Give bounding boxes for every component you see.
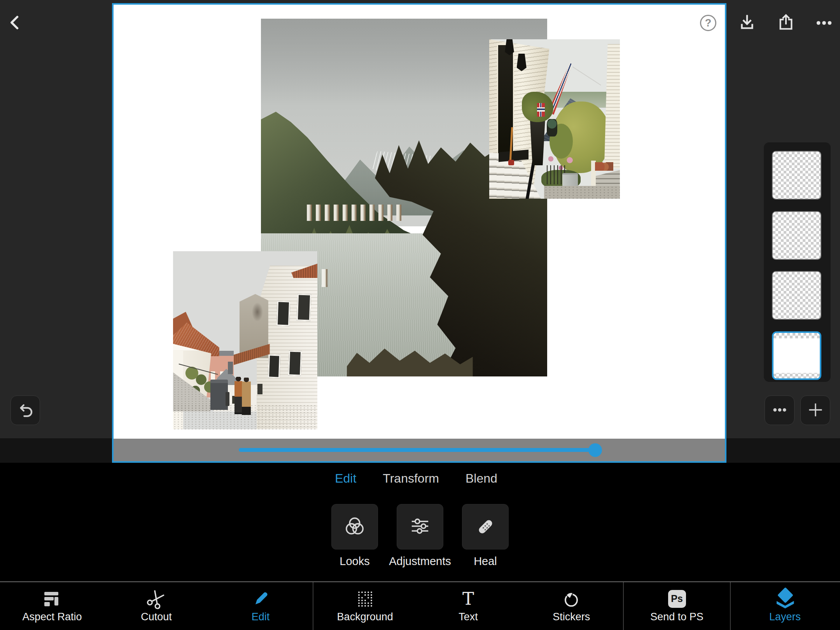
right-window-2 <box>297 294 312 321</box>
ps-badge-icon: Ps <box>667 590 687 608</box>
chimney <box>228 362 233 374</box>
trash-bin <box>210 380 228 410</box>
ellipsis-icon <box>815 14 833 32</box>
toolbar-group-4: Layers <box>730 582 839 630</box>
toolbar-layers[interactable]: Layers <box>731 582 839 630</box>
toolbar-background[interactable]: Background <box>313 582 416 630</box>
mid-lantern <box>547 119 557 136</box>
main-toolbar: Aspect Ratio Cutout Edit <box>0 581 840 630</box>
tool-shortcuts: Looks Adjustments Heal <box>0 504 840 568</box>
adjustments-button[interactable] <box>397 504 443 550</box>
toolbar-group-1: Aspect Ratio Cutout Edit <box>0 582 313 630</box>
ellipsis-icon <box>772 402 788 419</box>
opacity-slider-track[interactable] <box>239 448 599 452</box>
distant-village-strip <box>307 205 404 220</box>
right-window-1 <box>276 301 290 326</box>
opacity-slider-handle[interactable] <box>588 443 602 457</box>
scissors-icon <box>143 586 170 612</box>
layer-thumb-image <box>774 333 820 378</box>
person-orange-coat <box>234 377 242 414</box>
distant-figure <box>226 392 229 406</box>
share-button[interactable] <box>777 13 795 32</box>
heal-button[interactable] <box>462 504 509 550</box>
flower-pots <box>595 162 613 171</box>
tool-adjustments: Adjustments <box>387 504 453 568</box>
overlapping-circles-icon <box>343 515 366 539</box>
cutout-label: Cutout <box>141 611 172 623</box>
adjustments-label: Adjustments <box>389 555 451 568</box>
right-window-4 <box>288 351 302 376</box>
layer-thumbnail-background[interactable] <box>772 331 821 380</box>
toolbar-group-2: Background T Text Stickers <box>313 582 623 630</box>
add-layer-button[interactable] <box>800 396 830 425</box>
layer-thumb-image <box>773 272 821 319</box>
pencil-icon <box>250 590 271 608</box>
bottom-panel: Edit Transform Blend Looks Adjustments <box>0 463 840 630</box>
looks-button[interactable] <box>331 504 378 550</box>
tab-transform[interactable]: Transform <box>383 471 439 486</box>
tab-edit[interactable]: Edit <box>335 471 356 486</box>
layer-thumbnail-street[interactable] <box>772 151 821 200</box>
editor-stage: ? <box>0 0 840 463</box>
layer-thumbnail-doorway[interactable] <box>772 211 821 260</box>
artboard-canvas[interactable]: ? <box>112 3 726 463</box>
aspect-ratio-label: Aspect Ratio <box>22 611 82 623</box>
looks-label: Looks <box>340 555 369 568</box>
tool-looks: Looks <box>322 504 387 568</box>
halftone-dots-icon <box>355 590 375 608</box>
question-mark-icon: ? <box>705 17 712 29</box>
layers-label: Layers <box>769 611 801 623</box>
bandaid-icon <box>477 519 493 535</box>
street-photo-layer[interactable] <box>173 251 317 429</box>
chevron-left-icon <box>7 14 24 31</box>
tab-blend[interactable]: Blend <box>466 471 497 486</box>
text-label: Text <box>458 611 478 623</box>
opacity-slider-fill <box>239 448 595 452</box>
layer-more-button[interactable] <box>765 396 794 425</box>
more-options-button[interactable] <box>815 14 833 32</box>
back-button[interactable] <box>6 13 24 32</box>
sliders-icon <box>409 515 431 539</box>
edit-mode-tabs: Edit Transform Blend <box>0 471 836 486</box>
nested-frames-icon <box>42 590 62 608</box>
layer-thumb-image <box>773 212 821 259</box>
cobbled-ground <box>544 186 620 199</box>
undo-arrow-icon <box>17 401 34 420</box>
toolbar-send-to-ps[interactable]: Ps Send to PS <box>624 582 730 630</box>
toolbar-text[interactable]: T Text <box>416 582 520 630</box>
person-camel-coat <box>242 378 250 415</box>
lantern <box>505 39 514 55</box>
toolbar-aspect-ratio[interactable]: Aspect Ratio <box>0 582 104 630</box>
layer-thumbnail-fjord[interactable] <box>772 271 821 320</box>
serif-t-icon: T <box>458 590 478 608</box>
plus-icon <box>807 401 824 420</box>
toolbar-stickers[interactable]: Stickers <box>520 582 623 630</box>
share-icon <box>777 13 795 31</box>
lantern-2 <box>517 54 527 71</box>
edit-label: Edit <box>252 611 270 623</box>
tool-heal: Heal <box>453 504 518 568</box>
stickers-label: Stickers <box>553 611 590 623</box>
heal-label: Heal <box>474 555 497 568</box>
broom-head <box>508 160 514 165</box>
export-download-button[interactable] <box>738 13 756 32</box>
toolbar-group-3: Ps Send to PS <box>623 582 730 630</box>
doorway-photo-layer[interactable] <box>489 39 620 199</box>
toolbar-edit[interactable]: Edit <box>208 582 313 630</box>
peeling-sticker-icon <box>561 590 581 608</box>
stacked-layers-icon <box>775 590 795 608</box>
mini-norwegian-flag <box>537 103 545 117</box>
toolbar-cutout[interactable]: Cutout <box>104 582 208 630</box>
help-button[interactable]: ? <box>700 15 716 31</box>
layer-opacity-bar <box>114 439 725 461</box>
undo-button[interactable] <box>10 396 40 425</box>
layer-thumb-image <box>773 152 821 199</box>
layers-panel <box>764 142 831 382</box>
download-icon <box>738 13 756 31</box>
send-to-ps-label: Send to PS <box>650 611 704 623</box>
background-label: Background <box>337 611 393 623</box>
